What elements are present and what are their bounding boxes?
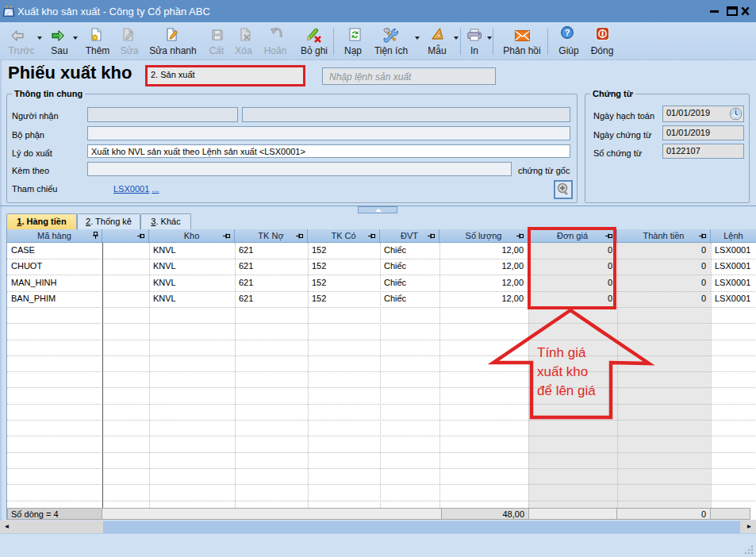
svg-text:?: ?	[565, 28, 570, 37]
